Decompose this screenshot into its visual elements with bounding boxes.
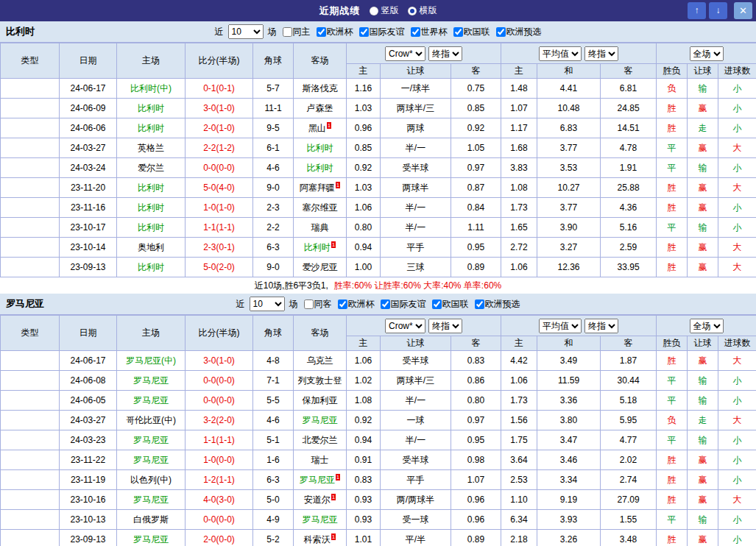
score-link[interactable]: 1-1(1-1) xyxy=(203,435,235,445)
scroll-up-button[interactable]: ↑ xyxy=(688,2,706,19)
score-link[interactable]: 3-2(2-0) xyxy=(203,415,235,425)
home-team-link[interactable]: 罗马尼亚 xyxy=(133,534,169,545)
home-team-link[interactable]: 以色列(中) xyxy=(130,475,172,485)
away-team-link[interactable]: 阿塞拜疆 xyxy=(300,182,335,193)
away-team-link[interactable]: 乌克兰 xyxy=(307,355,333,366)
scope-select[interactable]: 全场 xyxy=(690,46,724,61)
scroll-down-button[interactable]: ↓ xyxy=(709,2,727,19)
away-team-link[interactable]: 比利时 xyxy=(307,163,333,173)
home-team-link[interactable]: 罗马尼亚 xyxy=(133,494,169,505)
home-team-link[interactable]: 爱尔兰 xyxy=(138,163,164,173)
average-select[interactable]: 平均值 xyxy=(539,46,582,61)
score-link[interactable]: 0-0(0-0) xyxy=(203,514,235,525)
checkbox-intl-friendly[interactable] xyxy=(359,27,369,37)
home-team-link[interactable]: 比利时 xyxy=(138,182,164,193)
score-link[interactable]: 2-2(1-2) xyxy=(203,143,235,153)
home-team-link[interactable]: 比利时 xyxy=(138,103,164,113)
match-type-cell[interactable]: 欧洲杯 xyxy=(1,238,60,258)
match-type-cell[interactable]: 欧洲杯 xyxy=(1,258,60,277)
match-type-cell[interactable]: 欧洲杯 xyxy=(1,490,60,510)
filter-checkbox-nations-league[interactable]: 欧国联 xyxy=(428,298,469,311)
score-link[interactable]: 3-0(1-0) xyxy=(203,355,235,366)
score-link[interactable]: 1-0(0-0) xyxy=(203,455,235,465)
home-team-link[interactable]: 罗马尼亚 xyxy=(133,395,169,405)
away-team-link[interactable]: 爱沙尼亚 xyxy=(303,262,338,272)
home-team-link[interactable]: 比利时 xyxy=(138,222,164,233)
score-link[interactable]: 1-0(1-0) xyxy=(203,202,235,213)
filter-checkbox-euro-qualifiers[interactable]: 欧洲预选 xyxy=(471,298,520,311)
away-team-link[interactable]: 安道尔 xyxy=(304,494,331,505)
score-link[interactable]: 5-0(2-0) xyxy=(203,262,235,272)
away-team-link[interactable]: 科索沃 xyxy=(304,534,331,545)
home-team-link[interactable]: 罗马尼亚(中) xyxy=(126,355,176,366)
bookmaker-select[interactable]: Crow* xyxy=(385,319,425,333)
match-type-cell[interactable]: 欧洲杯 xyxy=(1,178,60,198)
checkbox-world-cup[interactable] xyxy=(411,27,420,37)
match-type-cell[interactable]: 国际友谊 xyxy=(1,411,60,430)
games-count-select[interactable]: 10 xyxy=(228,24,264,39)
match-type-cell[interactable]: 国际友谊 xyxy=(1,198,60,218)
average-select[interactable]: 平均值 xyxy=(539,319,582,333)
filter-checkbox-same-away[interactable]: 同客 xyxy=(300,298,332,311)
checkbox-same-away[interactable] xyxy=(304,299,314,309)
away-team-link[interactable]: 罗马尼亚 xyxy=(303,514,338,525)
match-type-cell[interactable]: 国际友谊 xyxy=(1,430,60,450)
score-link[interactable]: 0-1(0-1) xyxy=(203,83,235,93)
filter-checkbox-intl-friendly[interactable]: 国际友谊 xyxy=(377,298,426,311)
match-type-cell[interactable]: 欧洲杯 xyxy=(1,351,60,371)
away-team-link[interactable]: 保加利亚 xyxy=(303,395,338,405)
match-type-cell[interactable]: 国际友谊 xyxy=(1,391,60,411)
home-team-link[interactable]: 比利时 xyxy=(138,123,164,133)
away-team-link[interactable]: 塞尔维亚 xyxy=(303,202,338,213)
match-type-cell[interactable]: 欧洲杯 xyxy=(1,218,60,238)
score-link[interactable]: 1-1(1-1) xyxy=(203,222,235,233)
home-team-link[interactable]: 奥地利 xyxy=(138,242,164,252)
filter-checkbox-euro-cup[interactable]: 欧洲杯 xyxy=(313,26,353,38)
checkbox-euro-cup[interactable] xyxy=(317,27,326,37)
home-team-link[interactable]: 比利时 xyxy=(138,202,164,213)
score-link[interactable]: 2-0(0-0) xyxy=(203,534,235,545)
match-type-cell[interactable]: 欧洲杯 xyxy=(1,450,60,470)
checkbox-nations-league[interactable] xyxy=(453,27,463,37)
match-type-cell[interactable]: 欧洲杯 xyxy=(1,510,60,530)
bookmaker-final-select[interactable]: 终指 xyxy=(428,319,462,333)
checkbox-euro-cup[interactable] xyxy=(338,299,347,309)
average-final-select[interactable]: 终指 xyxy=(584,46,618,61)
match-type-cell[interactable]: 国际友谊 xyxy=(1,99,60,118)
layout-radio-vertical[interactable]: 竖版 xyxy=(370,4,399,17)
filter-checkbox-intl-friendly[interactable]: 国际友谊 xyxy=(356,26,405,38)
score-link[interactable]: 0-0(0-0) xyxy=(203,163,235,173)
home-team-link[interactable]: 罗马尼亚 xyxy=(133,455,169,465)
filter-checkbox-world-cup[interactable]: 世界杯 xyxy=(407,26,448,38)
layout-radio-horizontal[interactable]: 横版 xyxy=(408,4,437,17)
score-link[interactable]: 2-3(0-1) xyxy=(203,242,235,252)
away-team-link[interactable]: 北爱尔兰 xyxy=(303,435,338,445)
score-link[interactable]: 0-0(0-0) xyxy=(203,395,235,405)
away-team-link[interactable]: 卢森堡 xyxy=(307,103,333,113)
match-type-cell[interactable]: 国际友谊 xyxy=(1,118,60,138)
away-team-link[interactable]: 比利时 xyxy=(307,143,333,153)
home-team-link[interactable]: 哥伦比亚(中) xyxy=(126,415,176,425)
checkbox-euro-qualifiers[interactable] xyxy=(475,299,484,309)
average-final-select[interactable]: 终指 xyxy=(584,319,618,333)
scope-select[interactable]: 全场 xyxy=(690,319,724,333)
score-link[interactable]: 4-0(3-0) xyxy=(203,494,235,505)
score-link[interactable]: 1-2(1-1) xyxy=(203,475,235,485)
match-type-cell[interactable]: 国际友谊 xyxy=(1,138,60,158)
filter-checkbox-euro-qualifiers[interactable]: 欧洲预选 xyxy=(492,26,542,38)
checkbox-intl-friendly[interactable] xyxy=(381,299,390,309)
match-type-cell[interactable]: 欧洲杯 xyxy=(1,79,60,99)
away-team-link[interactable]: 黑山 xyxy=(308,123,326,133)
match-type-cell[interactable]: 国际友谊 xyxy=(1,371,60,391)
close-button[interactable]: ✕ xyxy=(734,2,752,19)
home-team-link[interactable]: 罗马尼亚 xyxy=(133,375,169,386)
away-team-link[interactable]: 罗马尼亚 xyxy=(303,415,338,425)
match-type-cell[interactable]: 欧洲杯 xyxy=(1,470,60,490)
filter-checkbox-nations-league[interactable]: 欧国联 xyxy=(450,26,490,38)
away-team-link[interactable]: 瑞典 xyxy=(311,222,329,233)
home-team-link[interactable]: 白俄罗斯 xyxy=(133,514,169,525)
home-team-link[interactable]: 比利时(中) xyxy=(130,83,172,93)
away-team-link[interactable]: 列支敦士登 xyxy=(298,375,342,386)
away-team-link[interactable]: 瑞士 xyxy=(311,455,329,465)
checkbox-euro-qualifiers[interactable] xyxy=(496,27,506,37)
